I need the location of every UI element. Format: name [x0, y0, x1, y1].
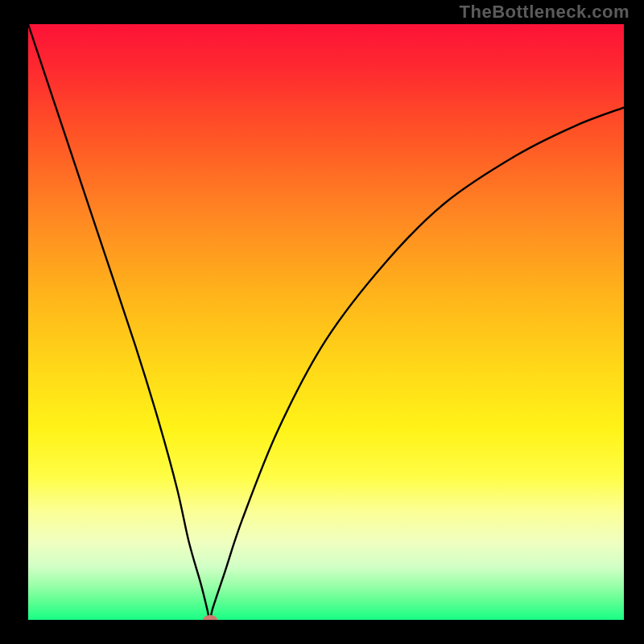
bottleneck-curve	[28, 24, 624, 620]
bottleneck-chart	[28, 24, 624, 620]
minimum-marker	[203, 615, 217, 620]
watermark-text: TheBottleneck.com	[460, 2, 630, 23]
